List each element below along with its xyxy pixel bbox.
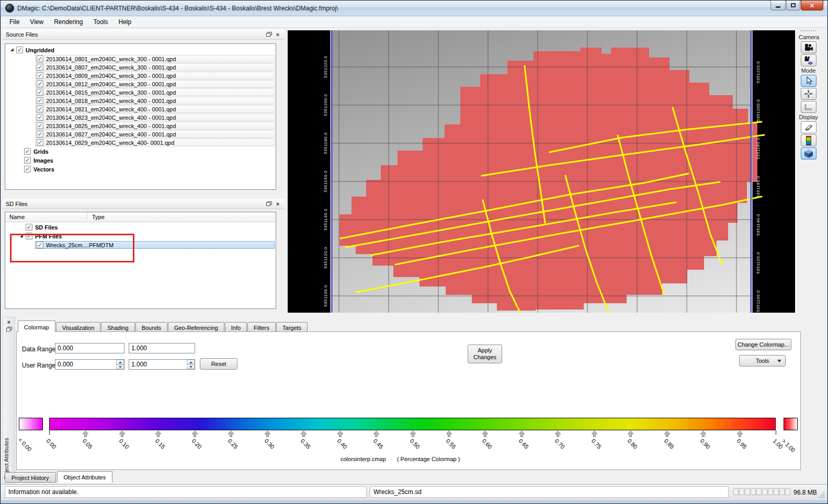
tab-filters[interactable]: Filters — [247, 322, 276, 332]
source-file-row[interactable]: ✓20130614_0829_em2040C_wreck_400- 0001.q… — [35, 139, 275, 146]
user-range-max-input[interactable] — [129, 359, 195, 370]
source-file-row[interactable]: ✓20130614_0812_em2040C_wreck_300 - 0001.… — [35, 80, 275, 88]
map-view[interactable]: 5351220.05351200.05351180.05351160.05351… — [288, 30, 795, 313]
colorbar-gradient[interactable] — [49, 418, 776, 430]
expander-icon[interactable] — [10, 48, 14, 51]
tree-item-ungridded[interactable]: ✓Ungridded — [5, 45, 276, 54]
tab-bounds[interactable]: Bounds — [135, 322, 167, 332]
source-file-row[interactable]: ✓20130614_0823_em2040C_wreck_400 - 0001.… — [35, 113, 275, 121]
checkbox-checked[interactable]: ✓ — [24, 148, 31, 155]
memory-amount: 96.8 MB — [793, 489, 817, 496]
title-bar[interactable]: DMagic: C:\DemoData\CLIENT-PARTNER\Boska… — [1, 1, 827, 16]
checkbox-checked[interactable]: ✓ — [37, 139, 43, 146]
checkbox-checked[interactable]: ✓ — [26, 224, 32, 231]
display-colorbar-button[interactable] — [801, 134, 816, 146]
source-file-row[interactable]: ✓20130614_0809_em2040C_wreck_300 - 0001.… — [35, 72, 275, 79]
reset-button[interactable]: Reset — [200, 358, 237, 370]
tab-geo-referencing[interactable]: Geo-Referencing — [168, 322, 224, 332]
checkbox-checked[interactable]: ✓ — [24, 157, 31, 164]
source-file-row[interactable]: ✓20130614_0821_em2040C_wreck_400 - 0001.… — [35, 105, 275, 113]
user-range-min-input[interactable] — [55, 359, 124, 370]
camera-target-button[interactable] — [801, 54, 816, 66]
memory-cell — [745, 488, 750, 495]
mode-measure-button[interactable] — [801, 101, 816, 113]
eraser-icon — [804, 124, 813, 131]
minimize-button[interactable] — [770, 1, 786, 10]
close-icon: × — [810, 2, 814, 9]
data-range-max-input[interactable] — [129, 343, 195, 353]
checkbox-checked[interactable]: ✓ — [16, 47, 23, 53]
user-range-label: User Range: — [22, 362, 57, 369]
tab-object-attributes[interactable]: Object Attributes — [57, 471, 113, 483]
tree-item-images[interactable]: ✓Images — [5, 156, 276, 165]
user-range-min-spinner[interactable] — [116, 360, 124, 369]
checkbox-checked[interactable]: ✓ — [37, 122, 43, 129]
checkbox-checked[interactable]: ✓ — [37, 72, 43, 79]
close-button[interactable]: × — [801, 1, 823, 10]
tab-targets[interactable]: Targets — [276, 322, 308, 332]
checkbox-checked[interactable]: ✓ — [37, 106, 43, 112]
sd-row-sd-files[interactable]: ✓SD Files — [5, 223, 276, 232]
left-axis-label: 5351100.0 — [323, 285, 328, 307]
colormap-file-name: colorsinterp.cmap — [341, 456, 386, 462]
checkbox-checked[interactable]: ✓ — [37, 81, 43, 87]
checkbox-checked[interactable]: ✓ — [37, 89, 43, 96]
tab-colormap[interactable]: Colormap — [18, 320, 55, 332]
expander-icon[interactable] — [20, 234, 23, 237]
source-file-row[interactable]: ✓20130614_0807_em2040C_wreck_300 - 0001.… — [35, 63, 275, 71]
close-panel-icon[interactable]: × — [274, 31, 281, 38]
sd-row-wrecks-25cm-[interactable]: ✓Wrecks_25cm....PFMDTM — [35, 241, 275, 249]
data-range-min-input[interactable] — [55, 343, 124, 353]
menu-bar: FileViewRenderingToolsHelp — [1, 16, 827, 28]
checkbox-checked[interactable]: ✓ — [37, 131, 43, 138]
source-file-row[interactable]: ✓20130614_0815_em2040C_wreck_300 - 0001.… — [35, 88, 275, 96]
camera-view-button[interactable] — [801, 41, 816, 53]
apply-changes-button[interactable]: Apply Changes — [468, 345, 502, 363]
float-panel-icon[interactable] — [265, 31, 273, 38]
toolbar-drag-handle[interactable] — [801, 30, 816, 32]
tree-item-grids[interactable]: ✓Grids — [5, 147, 276, 156]
tab-project-history[interactable]: Project History — [5, 472, 56, 483]
colorbar-over-range — [784, 418, 798, 430]
tools-dropdown-button[interactable]: Tools — [739, 355, 786, 366]
memory-cell — [785, 488, 790, 495]
tab-shading[interactable]: Shading — [101, 322, 134, 332]
close-panel-icon[interactable]: × — [274, 200, 281, 208]
checkbox-checked[interactable]: ✓ — [37, 55, 43, 62]
display-eraser-button[interactable] — [801, 121, 816, 133]
source-file-row[interactable]: ✓20130614_0818_em2040C_wreck_400 - 0001.… — [35, 97, 275, 105]
tab-info[interactable]: Info — [225, 322, 247, 332]
column-header-type[interactable]: Type — [88, 212, 276, 222]
menu-file[interactable]: File — [4, 17, 25, 27]
mode-crosshair-button[interactable] — [801, 88, 816, 100]
menu-view[interactable]: View — [25, 17, 49, 27]
menu-rendering[interactable]: Rendering — [49, 17, 88, 27]
sd-row-pfm-files[interactable]: ✓PFM Files — [5, 232, 276, 240]
checkbox-checked[interactable]: ✓ — [37, 97, 43, 104]
column-header-name[interactable]: Name — [5, 212, 87, 222]
menu-tools[interactable]: Tools — [88, 17, 114, 27]
checkbox-checked[interactable]: ✓ — [37, 242, 43, 248]
menu-help[interactable]: Help — [114, 17, 137, 27]
checkbox-checked[interactable]: ✓ — [37, 64, 43, 71]
resize-grip[interactable] — [819, 492, 825, 498]
restore-button[interactable] — [786, 1, 800, 10]
close-panel-icon[interactable]: × — [3, 319, 15, 325]
change-colormap-button[interactable]: Change Colormap... — [735, 339, 791, 350]
tab-visualization[interactable]: Visualization — [56, 322, 101, 332]
checkbox-checked[interactable]: ✓ — [37, 114, 43, 121]
tree-item-vectors[interactable]: ✓Vectors — [5, 165, 276, 174]
source-file-name: 20130614_0825_em2040C_wreck_400 - 0001.q… — [46, 123, 176, 129]
camera-cube-icon — [803, 56, 814, 65]
source-file-row[interactable]: ✓20130614_0801_em2040C_wreck_300 - 0001.… — [35, 55, 275, 63]
float-panel-icon[interactable] — [3, 327, 15, 333]
display-surface-button[interactable] — [801, 147, 816, 159]
source-file-row[interactable]: ✓20130614_0825_em2040C_wreck_400 - 0001.… — [35, 122, 275, 130]
checkbox-checked[interactable]: ✓ — [24, 166, 31, 173]
display-group-label: Display — [799, 114, 818, 120]
checkbox-checked[interactable]: ✓ — [26, 233, 32, 239]
float-panel-icon[interactable] — [265, 200, 273, 208]
user-range-max-spinner[interactable] — [187, 360, 195, 369]
mode-select-button[interactable] — [801, 75, 816, 87]
source-file-row[interactable]: ✓20130614_0827_em2040C_wreck_400 - 0001.… — [35, 130, 275, 138]
